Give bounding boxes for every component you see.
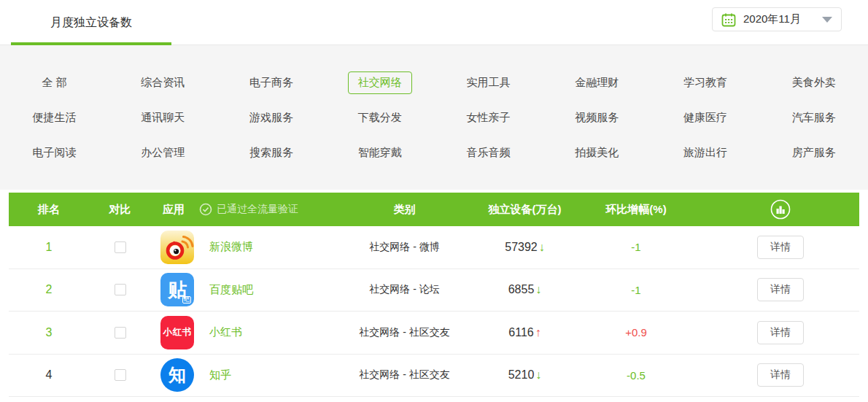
zhihu-app-icon[interactable]: 知 <box>160 358 194 392</box>
column-header-change: 环比增幅(%) <box>563 203 709 217</box>
category-item[interactable]: 全 部 <box>31 71 77 94</box>
app-category: 社交网络 - 微博 <box>322 241 487 254</box>
column-header-rank: 排名 <box>9 203 89 217</box>
change-value: -0.5 <box>563 369 709 382</box>
rank-value: 4 <box>46 368 53 382</box>
table-row: 2 贴 吧 百度贴吧 社交网络 - 论坛 6855 ↓ -1 详情 <box>9 269 859 312</box>
category-item[interactable]: 通讯聊天 <box>131 107 195 129</box>
rank-value: 1 <box>46 241 53 254</box>
change-value: +0.9 <box>563 326 709 339</box>
date-value: 2020年11月 <box>743 12 818 26</box>
category-item[interactable]: 美食外卖 <box>782 71 846 94</box>
category-item[interactable]: 智能穿戴 <box>348 142 412 164</box>
chevron-down-icon <box>822 17 832 23</box>
category-item[interactable]: 视频服务 <box>565 107 629 129</box>
category-item[interactable]: 音乐音频 <box>456 142 520 164</box>
category-item[interactable]: 健康医疗 <box>673 107 737 129</box>
tieba-app-icon[interactable]: 贴 吧 <box>160 273 194 306</box>
trend-down-icon: ↓ <box>539 241 545 254</box>
category-item[interactable]: 办公管理 <box>131 142 195 164</box>
category-item[interactable]: 房产服务 <box>782 142 846 164</box>
category-item[interactable]: 下载分发 <box>348 107 412 129</box>
app-name-link[interactable]: 新浪微博 <box>209 240 253 254</box>
category-item[interactable]: 游戏服务 <box>239 107 303 129</box>
table-row: 1 新浪微博 社交网络 - 微博 <box>9 226 859 269</box>
active-tab-underline <box>11 42 171 45</box>
date-picker[interactable]: 2020年11月 <box>712 7 842 31</box>
category-item[interactable]: 拍摄美化 <box>565 142 629 164</box>
category-item[interactable]: 电子阅读 <box>22 142 86 164</box>
app-category: 社交网络 - 社区交友 <box>322 368 487 382</box>
weibo-app-icon[interactable] <box>160 231 194 264</box>
table-row: 3 小红书 小红书 社交网络 - 社区交友 6116 ↑ +0.9 详情 <box>9 312 859 355</box>
devices-value: 57392 <box>505 241 538 254</box>
column-header-category: 类别 <box>322 203 487 217</box>
verified-badge-label: 已通过全流量验证 <box>217 203 298 216</box>
verified-badge: 已通过全流量验证 <box>199 203 298 216</box>
column-header-devices: 独立设备(万台) <box>487 203 563 217</box>
xiaohongshu-app-icon[interactable]: 小红书 <box>160 316 194 349</box>
trend-up-icon: ↑ <box>535 326 541 339</box>
check-circle-icon <box>199 203 212 216</box>
category-item[interactable]: 便捷生活 <box>22 107 86 129</box>
change-value: -1 <box>563 241 709 253</box>
detail-button[interactable]: 详情 <box>757 236 804 259</box>
tieba-icon-subglyph: 吧 <box>182 296 191 304</box>
table-row: 4 知 知乎 社交网络 - 社区交友 5210 ↓ -0.5 详情 <box>9 355 859 398</box>
compare-checkbox[interactable] <box>115 284 126 295</box>
devices-value: 5210 <box>508 368 535 382</box>
app-ranking-table: 排名 对比 应用 已通过全流量验证 类别 独立设备(万台) 环比增幅(%) <box>9 193 859 397</box>
xiaohongshu-icon-glyph: 小红书 <box>163 326 192 339</box>
trend-down-icon: ↓ <box>535 368 541 382</box>
compare-checkbox[interactable] <box>115 369 126 381</box>
category-item-selected[interactable]: 社交网络 <box>348 71 412 94</box>
category-item[interactable]: 金融理财 <box>565 71 629 94</box>
trend-down-icon: ↓ <box>535 283 541 296</box>
category-filter-panel: 全 部 综合资讯 电子商务 社交网络 实用工具 金融理财 学习教育 美食外卖 便… <box>0 45 868 190</box>
rank-value: 2 <box>46 283 53 296</box>
app-name-link[interactable]: 百度贴吧 <box>209 283 253 297</box>
change-value: -1 <box>563 284 709 296</box>
category-item[interactable]: 旅游出行 <box>673 142 737 164</box>
app-category: 社交网络 - 社区交友 <box>322 326 487 339</box>
compare-checkbox[interactable] <box>115 241 126 253</box>
app-category: 社交网络 - 论坛 <box>322 283 487 296</box>
category-item[interactable]: 学习教育 <box>673 71 737 94</box>
category-item[interactable]: 实用工具 <box>456 71 520 94</box>
detail-button[interactable]: 详情 <box>757 363 804 387</box>
table-header-row: 排名 对比 应用 已通过全流量验证 类别 独立设备(万台) 环比增幅(%) <box>9 193 859 226</box>
bar-chart-icon[interactable] <box>770 199 791 220</box>
category-item[interactable]: 女性亲子 <box>456 107 520 129</box>
category-item[interactable]: 电子商务 <box>239 71 303 94</box>
category-item[interactable]: 综合资讯 <box>131 71 195 94</box>
app-name-link[interactable]: 知乎 <box>209 368 231 382</box>
category-item[interactable]: 汽车服务 <box>782 107 846 129</box>
zhihu-icon-glyph: 知 <box>168 363 186 387</box>
compare-checkbox[interactable] <box>115 327 126 339</box>
rank-value: 3 <box>46 326 53 339</box>
devices-value: 6855 <box>508 283 535 296</box>
app-name-link[interactable]: 小红书 <box>209 325 242 339</box>
tab-monthly-devices[interactable]: 月度独立设备数 <box>11 0 171 45</box>
column-header-app: 应用 <box>163 203 185 217</box>
detail-button[interactable]: 详情 <box>757 278 804 301</box>
detail-button[interactable]: 详情 <box>757 321 804 344</box>
column-header-compare: 对比 <box>89 203 151 217</box>
devices-value: 6116 <box>508 326 533 339</box>
category-item[interactable]: 搜索服务 <box>239 142 303 164</box>
top-toolbar: 月度独立设备数 2020年11月 <box>0 0 868 45</box>
calendar-icon <box>721 12 736 27</box>
